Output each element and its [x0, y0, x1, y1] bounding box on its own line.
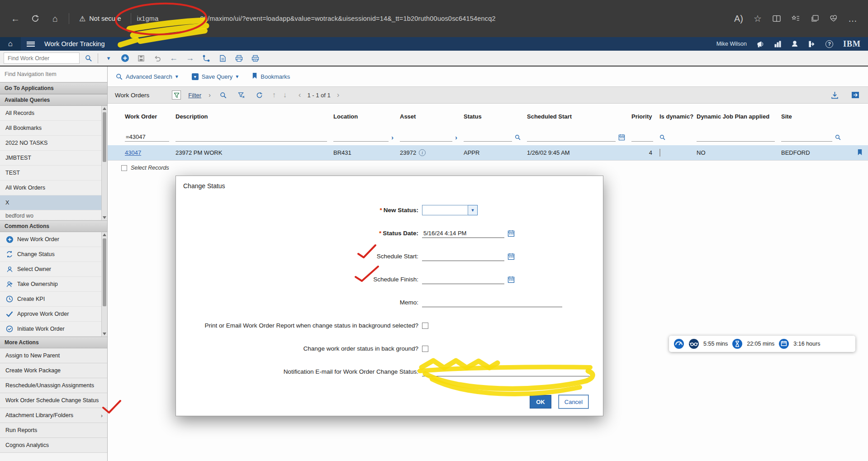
browser-more-icon[interactable]: … [844, 10, 861, 27]
column-header-priority[interactable]: Priority [631, 113, 659, 120]
scheduled-start-calendar-icon[interactable] [618, 134, 625, 141]
filter-status-input[interactable] [464, 133, 512, 142]
print-icon[interactable] [232, 52, 246, 64]
browser-back-icon[interactable]: ← [7, 10, 24, 27]
clear-filter-icon[interactable] [236, 90, 247, 100]
column-header-status[interactable]: Status [464, 113, 527, 120]
find-search-icon[interactable] [82, 52, 94, 64]
status-date-input[interactable] [422, 228, 504, 238]
is-dynamic-select-icon[interactable] [659, 134, 665, 140]
filter-work-order-input[interactable] [125, 133, 169, 142]
favorites-bar-icon[interactable] [787, 10, 804, 27]
column-header-asset[interactable]: Asset [400, 113, 464, 120]
profile-icon[interactable] [791, 40, 798, 48]
hourglass-icon[interactable] [732, 338, 743, 349]
asset-detail-chevron-icon[interactable]: › [455, 133, 457, 141]
action-new-work-order[interactable]: New Work Order [0, 232, 107, 247]
help-icon[interactable]: ? [825, 40, 833, 48]
column-header-dynamic-job-plan[interactable]: Dynamic Job Plan applied [697, 113, 781, 120]
query-item-test[interactable]: TEST [0, 166, 107, 181]
query-item-jmbtest[interactable]: JMBTEST [0, 151, 107, 166]
filter-asset-input[interactable] [400, 133, 452, 142]
action-wo-schedule-change-status[interactable]: Work Order Schedule Change Status [0, 393, 107, 408]
query-item-all-bookmarks[interactable]: All Bookmarks [0, 121, 107, 136]
background-checkbox[interactable] [422, 346, 428, 352]
expand-list-icon[interactable] [850, 90, 861, 100]
column-header-location[interactable]: Location [333, 113, 400, 120]
find-options-chevron-icon[interactable]: ▾ [102, 52, 115, 64]
action-reschedule-unassign[interactable]: Reschedule/Unassign Assignments [0, 378, 107, 393]
new-status-value[interactable] [422, 205, 468, 215]
action-assign-to-new-parent[interactable]: Assign to New Parent [0, 348, 107, 363]
address-bar[interactable]: ix1gma 80/maximo/ui/?event=loadapp&value… [137, 15, 495, 22]
browser-home-icon[interactable]: ⌂ [47, 10, 63, 27]
menu-button[interactable] [21, 37, 41, 51]
collections-icon[interactable] [806, 10, 823, 27]
query-item-bedford-wo[interactable]: bedford wo [0, 210, 107, 220]
select-records-checkbox[interactable] [121, 165, 127, 171]
action-attachment-library[interactable]: Attachment Library/Folders › [0, 408, 107, 423]
reports-chart-icon[interactable] [774, 41, 781, 48]
work-order-row[interactable]: 43047 23972 PM WORK BR431 23972 i APPR 1… [108, 145, 868, 161]
query-item-all-records[interactable]: All Records [0, 106, 107, 121]
filter-link[interactable]: Filter [188, 92, 201, 99]
print-attachments-icon[interactable] [248, 52, 262, 64]
action-initiate-work-order[interactable]: Initiate Work Order [0, 322, 107, 337]
column-header-scheduled-start[interactable]: Scheduled Start [527, 113, 631, 120]
action-create-kpi[interactable]: Create KPI [0, 292, 107, 307]
user-name[interactable]: Mike Wilson [716, 41, 747, 47]
new-status-select[interactable]: ▾ [422, 205, 478, 215]
work-order-link[interactable]: 43047 [125, 149, 141, 156]
action-run-reports[interactable]: Run Reports [0, 423, 107, 438]
refresh-icon[interactable] [254, 90, 265, 100]
workflow-route-icon[interactable] [199, 52, 213, 64]
column-header-is-dynamic[interactable]: Is dynamic? [659, 113, 697, 120]
memo-input[interactable] [422, 298, 562, 307]
favorites-star-icon[interactable]: ☆ [749, 10, 766, 27]
browser-essentials-icon[interactable] [825, 10, 842, 27]
filter-scheduled-start-input[interactable] [527, 133, 616, 142]
sidebar-header-available-queries[interactable]: Available Queries [0, 94, 107, 106]
ok-button[interactable]: OK [530, 395, 551, 409]
pagination-previous-icon[interactable]: ‹ [299, 90, 301, 100]
notification-email-input[interactable] [422, 367, 589, 376]
location-detail-chevron-icon[interactable]: › [391, 133, 394, 141]
save-icon[interactable] [134, 52, 148, 64]
not-secure-badge[interactable]: ⚠ Not secure [75, 12, 125, 26]
report-doc-icon[interactable] [216, 52, 229, 64]
announcements-icon[interactable] [757, 41, 764, 48]
download-icon[interactable] [829, 90, 840, 100]
filter-dynamic-job-plan-input[interactable] [697, 133, 775, 142]
column-header-description[interactable]: Description [175, 113, 333, 120]
print-email-checkbox[interactable] [422, 323, 428, 329]
find-work-order-input[interactable] [4, 52, 80, 64]
browser-refresh-icon[interactable] [27, 10, 43, 27]
filter-description-input[interactable] [175, 133, 327, 142]
sidebar-header-go-to-applications[interactable]: Go To Applications [0, 82, 107, 94]
schedule-finish-calendar-icon[interactable] [508, 276, 515, 283]
previous-record-icon[interactable]: ← [167, 52, 180, 64]
next-page-icon[interactable]: ↓ [283, 91, 287, 99]
glasses-icon[interactable] [688, 338, 699, 349]
row-bookmark-icon[interactable] [857, 149, 863, 157]
schedule-start-calendar-icon[interactable] [508, 253, 515, 260]
filter-toggle-icon[interactable] [172, 90, 181, 100]
app-home-button[interactable]: ⌂ [0, 37, 21, 51]
search-icon[interactable] [218, 90, 229, 100]
bookmarks-menu[interactable]: Bookmarks [252, 72, 290, 81]
column-header-site[interactable]: Site [781, 113, 847, 120]
gauge-icon[interactable] [674, 338, 684, 349]
common-actions-scrollbar[interactable] [101, 232, 107, 337]
is-dynamic-checkbox[interactable] [659, 149, 660, 157]
schedule-finish-input[interactable] [422, 275, 504, 284]
column-header-work-order[interactable]: Work Order [125, 113, 175, 120]
action-approve-work-order[interactable]: Approve Work Order [0, 307, 107, 322]
cancel-button[interactable]: Cancel [559, 395, 588, 409]
action-create-work-package[interactable]: Create Work Package [0, 363, 107, 378]
status-date-calendar-icon[interactable] [508, 230, 515, 237]
action-select-owner[interactable]: Select Owner [0, 262, 107, 277]
queries-scrollbar[interactable] [101, 106, 107, 220]
advanced-search-menu[interactable]: Advanced Search ▾ [116, 73, 178, 80]
pagination-next-icon[interactable]: › [337, 90, 340, 100]
calendar-timer-icon[interactable] [778, 338, 789, 349]
